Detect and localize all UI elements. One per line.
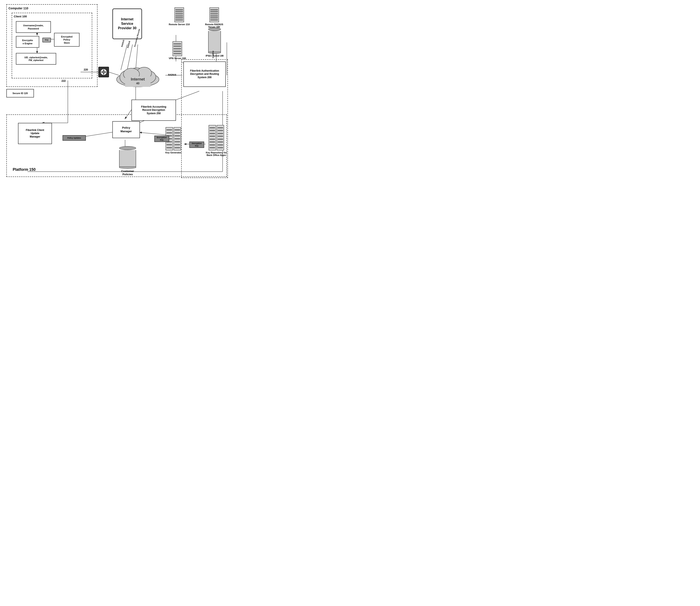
line220-label: 220 xyxy=(84,68,88,71)
fiberlink-client-update-text: Fiberlink Client Update Manager xyxy=(26,129,44,139)
ipsec-tunnel-label: IPSEC Tunnel 188 xyxy=(206,55,223,57)
fiberlink-accounting-text: Fiberlink Accounting Record Decryption S… xyxy=(141,105,166,115)
node42-label: 42 xyxy=(101,64,104,67)
decryption-key-badge: Decryption Key xyxy=(189,142,204,148)
remote-server-label: Remote Server 210 xyxy=(169,23,190,26)
line222-label: 222 xyxy=(62,79,66,83)
radius-label-1: RADIUS xyxy=(121,40,125,47)
node42-router xyxy=(98,67,109,77)
key-generator-label: Key Generator xyxy=(165,151,181,154)
ipsec-tunnel: IPSEC Tunnel 188 xyxy=(206,27,223,57)
secure-id-text: Secure ID 120 xyxy=(13,92,28,95)
uid-ciphertext-box: UID_ciphertext@realm, PW_ciphertext xyxy=(16,53,56,65)
remote-server-210: Remote Server 210 xyxy=(169,7,190,26)
fiberlink-accounting-box: Fiberlink Accounting Record Decryption S… xyxy=(131,99,176,121)
radius-internet-label: RADIUS xyxy=(168,74,176,76)
computer110-label: Computer 110 xyxy=(8,6,28,10)
policy-updates-text: Policy Updates xyxy=(67,137,81,139)
svg-point-27 xyxy=(103,71,104,73)
radius-label-2: RADIUS xyxy=(127,41,131,48)
remote-radius-server-190: Remote RADIUS Server 190 xyxy=(204,7,225,28)
client100-label: Client 100 xyxy=(14,15,27,19)
encrypted-policy-store-box: Encrypted Policy Store xyxy=(54,33,80,47)
policy-manager-text: Policy Manager xyxy=(120,126,132,133)
key-repository-label: Key Repository for Back Office Apps xyxy=(204,151,229,156)
svg-text:40: 40 xyxy=(136,81,139,85)
platform150-label: Platform 150 xyxy=(13,167,36,172)
isp-text: Internet Service Provider 30 xyxy=(118,17,136,30)
key-repository: Key Repository for Back Office Apps xyxy=(204,125,229,156)
decryption-key-text: Decryption Key xyxy=(191,142,202,147)
radius-label-right: RADIUS xyxy=(212,51,214,58)
encryption-engine-text: Encryptio n Engine xyxy=(22,39,33,45)
customer-policies: Customer Policies xyxy=(117,146,138,176)
encrypted-policy-store-text: Encrypted Policy Store xyxy=(61,35,72,44)
secure-id-box: Secure ID 120 xyxy=(6,89,34,97)
credentials-box: Username@realm, Password xyxy=(16,21,51,33)
encryption-key-badge: Encryption Key xyxy=(154,136,169,142)
fiberlink-auth-box: Fiberlink Authentication Decryption and … xyxy=(183,62,226,87)
credentials-text: Username@realm, Password xyxy=(23,24,43,30)
svg-text:Internet: Internet xyxy=(131,77,145,81)
encryption-engine-box: Encryptio n Engine xyxy=(16,36,39,48)
policy-manager-box: Policy Manager xyxy=(112,121,140,138)
policy-updates-badge: Policy Updates xyxy=(63,135,86,141)
encryption-key-text: Encryption Key xyxy=(157,137,166,141)
internet-cloud: Internet 40 xyxy=(112,63,163,88)
fiberlink-auth-text: Fiberlink Authentication Decryption and … xyxy=(190,69,219,79)
fiberlink-client-update-box: Fiberlink Client Update Manager xyxy=(18,123,52,144)
customer-policies-label: Customer Policies xyxy=(117,169,138,176)
uid-ciphertext-text: UID_ciphertext@realm, PW_ciphertext xyxy=(24,56,48,62)
vpn-server-240: VPN Server 240 xyxy=(169,41,186,60)
diagram: Computer 110 Client 100 Username@realm, … xyxy=(0,0,233,202)
key-label: Key xyxy=(42,38,51,42)
